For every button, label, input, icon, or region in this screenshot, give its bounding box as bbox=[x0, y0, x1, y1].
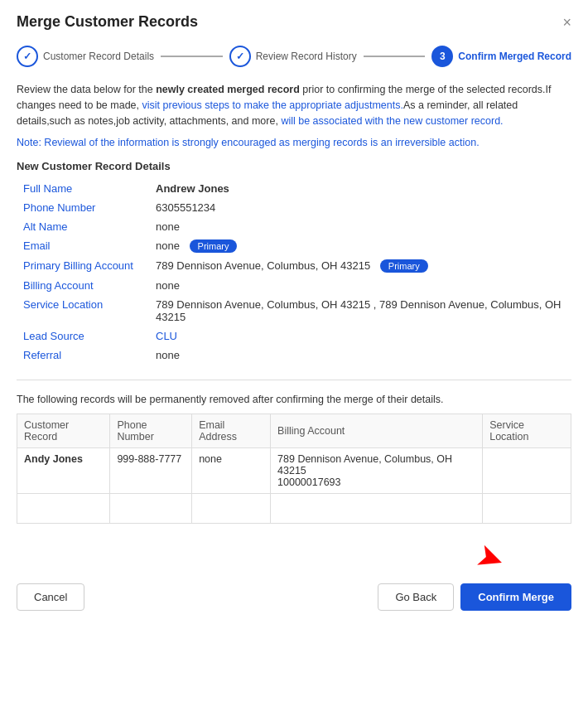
label-email: Email bbox=[17, 236, 149, 256]
value-leadsource: CLU bbox=[149, 326, 571, 346]
detail-row-phone: Phone Number 6305551234 bbox=[17, 198, 571, 217]
close-button[interactable]: × bbox=[562, 15, 571, 30]
desc-link2: will be associated with the new customer… bbox=[281, 115, 503, 127]
label-altname: Alt Name bbox=[17, 217, 149, 236]
cell-customer-2 bbox=[17, 494, 110, 524]
detail-table: Full Name Andrew Jones Phone Number 6305… bbox=[17, 179, 571, 365]
label-serviceloc: Service Location bbox=[17, 295, 149, 326]
cell-customer-1: Andy Jones bbox=[17, 448, 110, 494]
label-fullname: Full Name bbox=[17, 179, 149, 198]
cell-billing-1: 789 Dennison Avenue, Columbus, OH 432151… bbox=[271, 448, 483, 494]
detail-row-billing: Primary Billing Account 789 Dennison Ave… bbox=[17, 256, 571, 276]
label-referral: Referral bbox=[17, 346, 149, 365]
value-altname: none bbox=[149, 217, 571, 236]
step-line-2 bbox=[364, 56, 426, 57]
modal-footer: Cancel Go Back Confirm Merge bbox=[17, 583, 571, 611]
confirm-merge-button[interactable]: Confirm Merge bbox=[460, 583, 571, 611]
stepper: ✓ Customer Record Details ✓ Review Recor… bbox=[17, 46, 571, 67]
step-1-label: Customer Record Details bbox=[43, 51, 154, 62]
cell-phone-2 bbox=[110, 494, 192, 524]
step-1: ✓ Customer Record Details bbox=[17, 46, 154, 67]
label-phone: Phone Number bbox=[17, 198, 149, 217]
col-header-phone: Phone Number bbox=[110, 414, 192, 448]
cell-email-1: none bbox=[192, 448, 271, 494]
label-leadsource: Lead Source bbox=[17, 326, 149, 346]
table-row: Andy Jones 999-888-7777 none 789 Denniso… bbox=[17, 448, 571, 494]
detail-row-serviceloc: Service Location 789 Dennison Avenue, Co… bbox=[17, 295, 571, 326]
cell-service-2 bbox=[483, 494, 571, 524]
value-serviceloc: 789 Dennison Avenue, Columbus, OH 43215 … bbox=[149, 295, 571, 326]
detail-row-billingacct: Billing Account none bbox=[17, 276, 571, 295]
description-text: Review the data below for the newly crea… bbox=[17, 82, 571, 128]
step-1-circle: ✓ bbox=[17, 46, 38, 67]
detail-row-referral: Referral none bbox=[17, 346, 571, 365]
step-2-circle: ✓ bbox=[229, 46, 251, 67]
note-text: Note: Reviewal of the information is str… bbox=[17, 137, 571, 148]
label-billingacct: Billing Account bbox=[17, 276, 149, 295]
cancel-button[interactable]: Cancel bbox=[17, 583, 84, 611]
col-header-customer: Customer Record bbox=[17, 414, 110, 448]
detail-row-fullname: Full Name Andrew Jones bbox=[17, 179, 571, 198]
label-billing: Primary Billing Account bbox=[17, 256, 149, 276]
detail-row-altname: Alt Name none bbox=[17, 217, 571, 236]
desc-link: visit previous steps to make the appropr… bbox=[142, 99, 403, 111]
modal-title: Merge Customer Records bbox=[17, 13, 198, 31]
step-2: ✓ Review Record History bbox=[229, 46, 357, 67]
removed-note: The following records will be permanentl… bbox=[17, 394, 571, 405]
section-title: New Customer Record Details bbox=[17, 160, 571, 172]
value-billing: 789 Dennison Avenue, Columbus, OH 43215 … bbox=[149, 256, 571, 276]
merge-modal: Merge Customer Records × ✓ Customer Reco… bbox=[0, 0, 588, 711]
value-fullname: Andrew Jones bbox=[149, 179, 571, 198]
arrow-icon: ➤ bbox=[471, 535, 511, 581]
col-header-email: Email Address bbox=[192, 414, 271, 448]
step-3: 3 Confirm Merged Record bbox=[431, 46, 571, 67]
email-badge: Primary bbox=[190, 239, 238, 253]
value-email: none Primary bbox=[149, 236, 571, 256]
col-header-billing: Billing Account bbox=[271, 414, 483, 448]
records-table: Customer Record Phone Number Email Addre… bbox=[17, 414, 571, 524]
step-3-label: Confirm Merged Record bbox=[458, 51, 571, 62]
section-divider bbox=[17, 380, 571, 380]
detail-row-email: Email none Primary bbox=[17, 236, 571, 256]
footer-right-buttons: Go Back Confirm Merge bbox=[378, 583, 571, 611]
step-2-label: Review Record History bbox=[256, 51, 357, 62]
cell-email-2 bbox=[192, 494, 271, 524]
value-phone: 6305551234 bbox=[149, 198, 571, 217]
desc-bold: newly created merged record bbox=[156, 84, 300, 95]
cell-service-1 bbox=[483, 448, 571, 494]
go-back-button[interactable]: Go Back bbox=[378, 583, 454, 611]
value-referral: none bbox=[149, 346, 571, 365]
step-line-1 bbox=[161, 56, 223, 57]
col-header-service: Service Location bbox=[483, 414, 571, 448]
modal-header: Merge Customer Records × bbox=[17, 13, 571, 31]
step-3-circle: 3 bbox=[431, 46, 453, 67]
arrow-container: ➤ bbox=[17, 539, 571, 577]
table-row-empty bbox=[17, 494, 571, 524]
cell-phone-1: 999-888-7777 bbox=[110, 448, 192, 494]
cell-billing-2 bbox=[271, 494, 483, 524]
detail-row-leadsource: Lead Source CLU bbox=[17, 326, 571, 346]
billing-badge: Primary bbox=[380, 259, 428, 273]
value-billingacct: none bbox=[149, 276, 571, 295]
records-header-row: Customer Record Phone Number Email Addre… bbox=[17, 414, 571, 448]
